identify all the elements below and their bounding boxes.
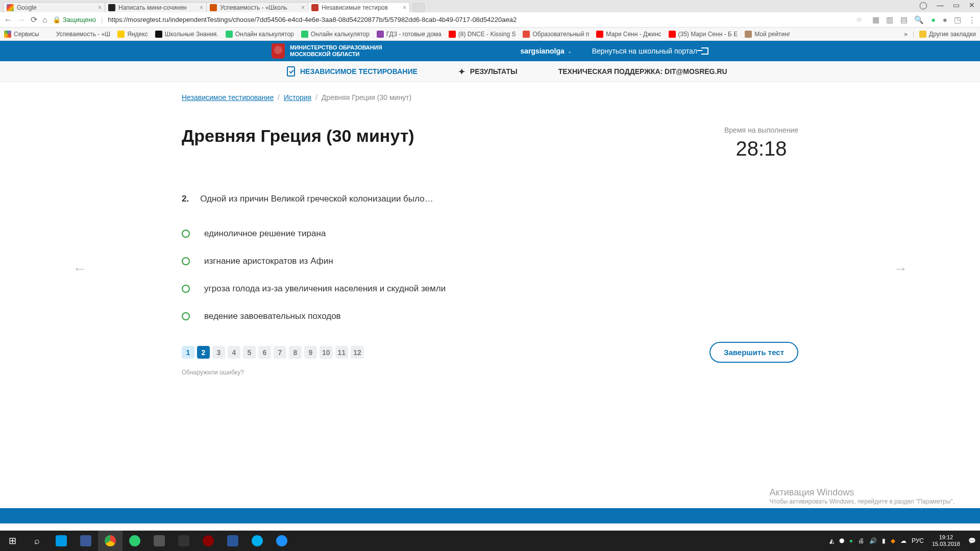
minimize-icon[interactable]: — [937,1,944,9]
pager-item[interactable]: 7 [274,346,286,359]
tray-notifications-icon[interactable]: 💬 [968,537,976,544]
close-window-icon[interactable]: ✕ [969,1,975,9]
taskbar-app[interactable] [196,531,220,551]
option-item[interactable]: ведение завоевательных походов [182,311,798,321]
windows-activation-watermark: Активация Windows Чтобы активировать Win… [769,487,954,505]
report-bug-link[interactable]: Обнаружили ошибку? [182,369,798,376]
ext-icon[interactable]: ● [931,15,936,24]
bookmark-item[interactable]: (35) Мари Сенн - Б Е [669,31,738,38]
tab-title: Написать мини-сочинен [118,4,197,11]
ext-icon[interactable]: ◳ [954,15,961,24]
taskbar-chrome[interactable] [98,531,122,551]
taskbar-app[interactable] [245,531,270,551]
browser-tab[interactable]: Google × [3,2,105,12]
pager-item[interactable]: 8 [289,346,302,359]
pager-item[interactable]: 10 [320,346,333,359]
nav-testing[interactable]: НЕЗАВИСИМОЕ ТЕСТИРОВАНИЕ [287,66,418,77]
pager-item[interactable]: 5 [243,346,256,359]
ext-icon[interactable]: ▤ [900,15,908,24]
bookmark-item[interactable]: Онлайн калькулятор [226,31,294,38]
ext-icon[interactable]: ▦ [872,15,879,24]
bookmark-item[interactable]: Мари Сенн - Джинс [596,31,661,38]
profile-icon[interactable]: ◯ [919,1,927,9]
lock-icon: 🔒 [53,16,61,23]
star-icon[interactable]: ☆ [856,16,862,23]
bookmark-item[interactable]: Мой рейтинг [745,31,790,38]
taskbar-app[interactable] [220,531,245,551]
pager-item[interactable]: 12 [351,346,364,359]
close-icon[interactable]: × [301,4,305,11]
pager-item[interactable]: 3 [212,346,225,359]
back-icon[interactable]: ← [4,15,12,24]
home-icon[interactable]: ⌂ [42,15,47,24]
taskbar-app[interactable] [147,531,172,551]
forward-icon[interactable]: → [17,15,26,24]
menu-icon[interactable]: ⋮ [968,15,976,24]
finish-button[interactable]: Завершить тест [709,342,798,363]
ext-icon[interactable]: 🔍 [914,15,924,24]
overflow-icon[interactable]: » [904,31,908,38]
option-item[interactable]: изгнание аристократов из Афин [182,256,798,266]
tray-icon[interactable]: ◆ [891,537,895,544]
taskbar-app[interactable] [172,531,196,551]
radio-icon[interactable] [182,257,190,265]
browser-tab[interactable]: Написать мини-сочинен × [105,2,207,12]
bookmark-item[interactable]: ГДЗ - готовые дома [377,31,442,38]
bookmark-item[interactable]: (8) DNCE - Kissing S [449,31,516,38]
tray-volume-icon[interactable]: 🔊 [869,537,877,544]
url-field[interactable]: https://mosregtest.ru/independentTesting… [108,16,850,23]
address-bar: ← → ⟳ ⌂ 🔒 Защищено | https://mosregtest.… [0,12,980,28]
ext-icon[interactable]: ▥ [886,15,893,24]
bookmark-item[interactable]: Образовательный п [523,31,589,38]
tray-icon[interactable]: ☁ [900,537,906,544]
start-button[interactable]: ⊞ [0,531,24,551]
close-icon[interactable]: × [200,4,203,11]
taskbar-app[interactable] [49,531,74,551]
pager-item[interactable]: 4 [228,346,240,359]
search-button[interactable]: ⌕ [24,531,49,551]
tray-icon[interactable]: ● [849,537,853,544]
taskbar-app[interactable] [74,531,98,551]
apps-button[interactable]: Сервисы [4,31,39,38]
user-menu[interactable]: sargsianolga [520,47,564,55]
option-item[interactable]: единоличное решение тирана [182,229,798,239]
tray-icon[interactable]: ⬢ [839,537,844,544]
timer: Время на выполнение 28:18 [724,126,798,160]
maximize-icon[interactable]: ▭ [953,1,960,9]
bookmark-item[interactable]: Успеваемость - «Ш [46,31,111,38]
taskbar-app[interactable] [270,531,294,551]
pager-item[interactable]: 6 [258,346,271,359]
taskbar-app[interactable] [122,531,147,551]
tray-icon[interactable]: 🖨 [858,537,864,544]
radio-icon[interactable] [182,230,190,238]
new-tab-button[interactable] [412,3,425,12]
bookmark-item[interactable]: Яндекс [117,31,148,38]
browser-tab-active[interactable]: Независимые тестиров × [308,2,410,12]
tray-lang[interactable]: РУС [912,537,924,544]
pager-item[interactable]: 1 [182,346,194,359]
crumb-link[interactable]: Независимое тестирование [182,93,274,102]
chevron-down-icon[interactable]: ⌄ [568,48,572,54]
browser-tab[interactable]: Успеваемость - «Школь × [206,2,308,12]
reload-icon[interactable]: ⟳ [31,15,37,24]
tray-icon[interactable]: ▮ [882,537,886,544]
tray-clock[interactable]: 19:12 15.03.2018 [929,534,963,547]
other-bookmarks[interactable]: Другие закладки [919,31,976,38]
crumb-link[interactable]: История [284,93,311,102]
ext-icon[interactable]: ● [943,15,947,24]
portal-link[interactable]: Вернуться на школьный портал [592,47,708,55]
radio-icon[interactable] [182,312,190,320]
pager-item[interactable]: 11 [335,346,349,359]
radio-icon[interactable] [182,285,190,293]
pager-item[interactable]: 9 [304,346,317,359]
option-item[interactable]: угроза голода из-за увеличения населения… [182,284,798,294]
nav-results[interactable]: ✦ РЕЗУЛЬТАТЫ [458,67,518,77]
prev-arrow[interactable]: ← [72,261,87,277]
close-icon[interactable]: × [403,4,406,11]
close-icon[interactable]: × [98,4,102,11]
bookmark-item[interactable]: Онлайн калькулятор [301,31,370,38]
tray-icon[interactable]: ◭ [829,537,834,544]
next-arrow[interactable]: → [893,261,908,277]
pager-item[interactable]: 2 [197,346,210,359]
bookmark-item[interactable]: Школьные Знания. [155,31,218,38]
